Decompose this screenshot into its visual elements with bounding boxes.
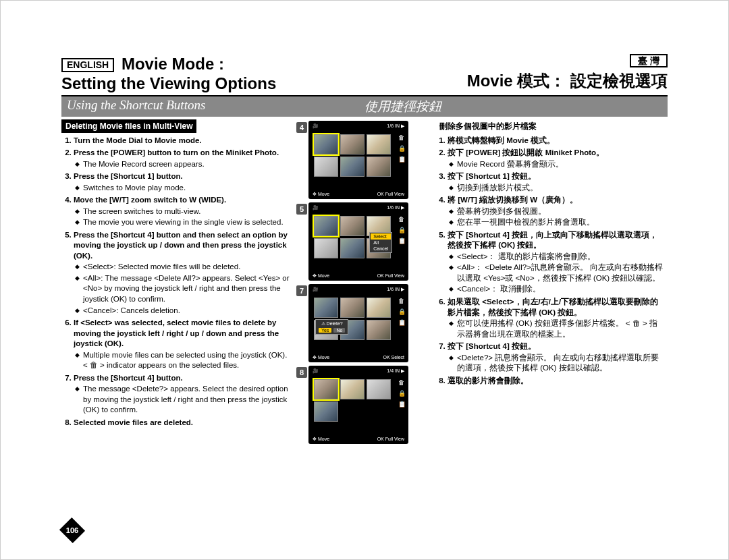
header: ENGLISH Movie Mode : Setting the Viewing… xyxy=(61,55,668,94)
title-left-block: ENGLISH Movie Mode : Setting the Viewing… xyxy=(61,55,276,94)
ok-fullview: OK Full View xyxy=(377,192,404,197)
step-badge-7: 7 xyxy=(296,285,307,296)
title-en-line1: Movie Mode : xyxy=(122,55,224,73)
manual-page: ENGLISH Movie Mode : Setting the Viewing… xyxy=(0,0,729,560)
step-6-en: If <Select> was selected, select movie f… xyxy=(74,318,291,371)
step-1-zh: 將模式轉盤轉到 Movie 模式。 xyxy=(448,136,665,146)
taiwan-badge: 臺 灣 xyxy=(630,54,668,67)
section-bar: Using the Shortcut Buttons 使用捷徑按鈕 xyxy=(61,96,668,117)
step-4-en: Move the [W/T] zoom switch to W (WIDE). … xyxy=(74,195,291,228)
screen-5: 5 🎥1/6 IN ▶ 🗑🔒📋 Select All Cancel ✥ Move… xyxy=(308,202,408,281)
subheading-zh: 刪除多個視圖中的影片檔案 xyxy=(435,119,541,133)
step-3-en: Press the [Shortcut 1] button. Switches … xyxy=(74,171,291,193)
steps-en: Turn the Mode Dial to Movie mode. Press … xyxy=(61,136,291,428)
step-7-zh: 按下 [Shortcut 4] 按鈕。 <Delete?> 訊息將會顯示。 向左… xyxy=(448,341,665,374)
step-4-zh: 將 [W/T] 縮放切換移到 W（廣角）。 螢幕將切換到多個視圖。 您在單一視圖… xyxy=(448,195,665,228)
steps-zh: 將模式轉盤轉到 Movie 模式。 按下 [POWER] 按鈕以開啟 Minik… xyxy=(435,136,665,386)
section-zh: 使用捷徑按鈕 xyxy=(364,98,662,115)
step-2-en: Press the [POWER] button to turn on the … xyxy=(74,148,291,169)
title-chinese: Movie 模式： 設定檢視選項 xyxy=(467,72,668,91)
column-english: Deleting Movie files in Multi-View Turn … xyxy=(61,118,291,446)
screen-8: 8 🎥1/4 IN ▶ 🗑🔒📋 ✥ MoveOK Full View xyxy=(308,366,408,444)
column-chinese: 刪除多個視圖中的影片檔案 將模式轉盤轉到 Movie 模式。 按下 [POWER… xyxy=(429,118,665,446)
move-icon: ✥ Move xyxy=(313,192,329,197)
content-columns: Deleting Movie files in Multi-View Turn … xyxy=(61,118,668,446)
page-number: 106 xyxy=(63,522,82,539)
step-5-en: Press the [Shortcut 4] button and then s… xyxy=(74,230,291,316)
step-2-zh: 按下 [POWER] 按鈕以開啟 Miniket Photo。 Movie Re… xyxy=(448,148,665,169)
step-3-zh: 按下 [Shortcut 1] 按鈕。 切換到播放影片模式。 xyxy=(448,171,665,193)
subheading-en: Deleting Movie files in Multi-View xyxy=(61,119,196,133)
delete-popup: ⚠ Delete? YesNo xyxy=(315,319,348,335)
screen-7: 7 🎥1/6 IN ▶ 🗑🔒📋 ⚠ Delete? YesNo ✥ MoveOK… xyxy=(308,284,408,362)
step-badge-4: 4 xyxy=(296,122,307,133)
screen-4: 4 🎥1/6 IN ▶ 🗑🔒📋 ✥ MoveOK Full View xyxy=(308,121,408,199)
step-5-zh: 按下 [Shortcut 4] 按鈕，向上或向下移動搖桿以選取選項，然後按下搖桿… xyxy=(448,230,665,295)
english-badge: ENGLISH xyxy=(61,58,114,72)
step-8-en: Selected movie files are deleted. xyxy=(74,418,291,428)
step-badge-8: 8 xyxy=(296,367,307,378)
column-screenshots: 4 🎥1/6 IN ▶ 🗑🔒📋 ✥ MoveOK Full View 5 🎥1/… xyxy=(291,118,429,446)
section-en: Using the Shortcut Buttons xyxy=(67,98,364,115)
step-7-en: Press the [Shortcut 4] button. The messa… xyxy=(74,373,291,416)
title-right-block: 臺 灣 Movie 模式： 設定檢視選項 xyxy=(467,55,668,91)
step-6-zh: 如果選取 <Select>，向左/右/上/下移動搖桿以選取要刪除的影片檔案，然後… xyxy=(448,297,665,339)
step-8-zh: 選取的影片將會刪除。 xyxy=(448,376,665,387)
title-en-line2: Setting the Viewing Options xyxy=(61,74,276,92)
step-1-en: Turn the Mode Dial to Movie mode. xyxy=(74,136,291,146)
step-badge-5: 5 xyxy=(296,204,307,215)
select-popup: Select All Cancel xyxy=(369,232,392,253)
title-english: ENGLISH Movie Mode : Setting the Viewing… xyxy=(61,55,276,94)
